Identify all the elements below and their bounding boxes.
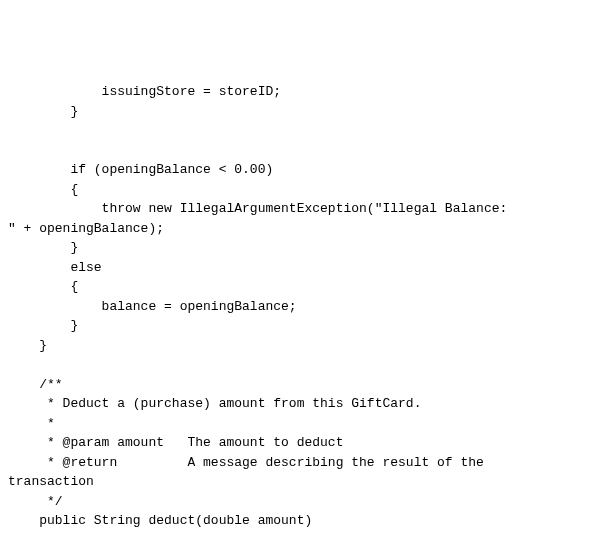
code-line: balance = openingBalance; [8, 299, 297, 314]
code-line: } [8, 104, 78, 119]
code-line: * [8, 416, 55, 431]
code-line: " + openingBalance); [8, 221, 164, 236]
code-line: /** [8, 377, 63, 392]
code-line: throw new IllegalArgumentException("Ille… [8, 201, 507, 216]
code-line: */ [8, 494, 63, 509]
code-line: { [8, 279, 78, 294]
code-line: * @param amount The amount to deduct [8, 435, 343, 450]
code-line: } [8, 318, 78, 333]
code-line: * @return A message describing the resul… [8, 455, 484, 470]
code-line: * Deduct a (purchase) amount from this G… [8, 396, 421, 411]
code-line: if (openingBalance < 0.00) [8, 162, 273, 177]
code-line: } [8, 338, 47, 353]
code-line: else [8, 260, 102, 275]
code-line: } [8, 240, 78, 255]
code-line: issuingStore = storeID; [8, 84, 281, 99]
code-snippet: issuingStore = storeID; } if (openingBal… [8, 82, 595, 534]
code-line: transaction [8, 474, 94, 489]
code-line: { [8, 182, 78, 197]
code-line: public String deduct(double amount) [8, 513, 312, 528]
